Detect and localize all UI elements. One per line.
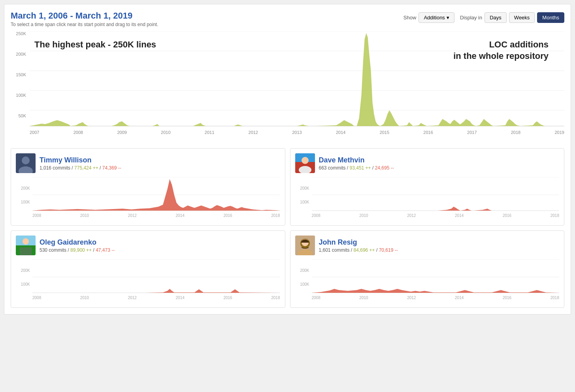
main-chart-x-axis: 2007 2008 2009 2010 2011 2012 2013 2014 … — [30, 130, 564, 135]
main-chart-y-axis: 250K 200K 150K 100K 50K — [11, 31, 28, 134]
mini-chart-oleg: 200K 100K 2008 2010 2012 — [16, 259, 280, 303]
contributor-card-dave: Dave Methvin 663 commits / 93,451 ++ / 2… — [290, 148, 565, 226]
annotation-repo: LOC additions in the whole repository — [453, 39, 549, 62]
display-in-label: Display in — [460, 15, 482, 21]
contributor-name-timmy: Timmy Willison — [40, 156, 121, 164]
contributor-stats-oleg: 530 commits / 89,900 ++ / 47,473 -- — [40, 247, 115, 253]
contributors-grid: Timmy Willison 1,016 commits / 775,424 +… — [11, 148, 564, 308]
contributor-header-timmy: Timmy Willison 1,016 commits / 775,424 +… — [16, 153, 280, 173]
svg-point-7 — [22, 156, 30, 164]
annotation-peak: The highest peak - 250K lines — [34, 39, 156, 51]
avatar-dave — [295, 153, 315, 173]
avatar-timmy — [16, 153, 36, 173]
svg-point-23 — [23, 238, 29, 245]
additions-label: Additions — [424, 15, 445, 21]
date-range-section: March 1, 2006 - March 1, 2019 To select … — [11, 11, 158, 27]
mini-chart-dave: 200K 100K 2008 2010 2012 — [295, 177, 560, 220]
contributor-info-timmy: Timmy Willison 1,016 commits / 775,424 +… — [40, 156, 121, 171]
contributor-stats-john: 1,601 commits / 84,696 ++ / 70,619 -- — [319, 247, 398, 253]
contributor-info-dave: Dave Methvin 663 commits / 93,451 ++ / 2… — [319, 156, 394, 171]
svg-marker-20 — [312, 207, 560, 211]
months-button[interactable]: Months — [537, 12, 564, 23]
mini-chart-timmy: 200K 100K 2008 2010 2012 — [16, 177, 280, 220]
contributor-card-john: John Resig 1,601 commits / 84,696 ++ / 7… — [290, 230, 565, 308]
contributor-stats-timmy: 1,016 commits / 775,424 ++ / 74,369 -- — [40, 165, 121, 171]
mini-chart-john: 200K 100K 2008 2010 2012 — [295, 259, 560, 303]
contributor-name-dave: Dave Methvin — [319, 156, 394, 164]
contributor-stats-dave: 663 commits / 93,451 ++ / 24,695 -- — [319, 165, 394, 171]
page-header: March 1, 2006 - March 1, 2019 To select … — [11, 11, 564, 27]
additions-dropdown[interactable]: Additions ▾ — [419, 12, 454, 23]
contributor-name-john: John Resig — [319, 238, 398, 247]
weeks-button[interactable]: Weeks — [509, 12, 535, 23]
show-label: Show — [403, 15, 417, 21]
contributor-card-oleg: Oleg Gaidarenko 530 commits / 89,900 ++ … — [11, 230, 285, 308]
contributor-header-oleg: Oleg Gaidarenko 530 commits / 89,900 ++ … — [16, 236, 280, 255]
svg-point-15 — [302, 157, 309, 164]
dropdown-chevron-icon: ▾ — [447, 15, 449, 21]
contributor-info-oleg: Oleg Gaidarenko 530 commits / 89,900 ++ … — [40, 238, 115, 253]
controls-section: Show Additions ▾ Display in Days Weeks M… — [403, 12, 564, 23]
days-button[interactable]: Days — [485, 12, 507, 23]
avatar-oleg — [16, 236, 36, 255]
contributor-header-john: John Resig 1,601 commits / 84,696 ++ / 7… — [295, 236, 560, 255]
svg-rect-24 — [20, 247, 32, 255]
svg-marker-28 — [32, 289, 280, 293]
contributor-info-john: John Resig 1,601 commits / 84,696 ++ / 7… — [319, 238, 398, 253]
date-range-title: March 1, 2006 - March 1, 2019 — [11, 11, 158, 21]
svg-marker-36 — [312, 289, 560, 293]
contributor-header-dave: Dave Methvin 663 commits / 93,451 ++ / 2… — [295, 153, 560, 173]
contributor-card-timmy: Timmy Willison 1,016 commits / 775,424 +… — [11, 148, 285, 226]
date-range-subtitle: To select a time span click near its sta… — [11, 22, 158, 27]
contributor-name-oleg: Oleg Gaidarenko — [40, 238, 115, 247]
avatar-john — [295, 236, 315, 255]
main-chart: 250K 200K 150K 100K 50K The highes — [11, 31, 564, 142]
